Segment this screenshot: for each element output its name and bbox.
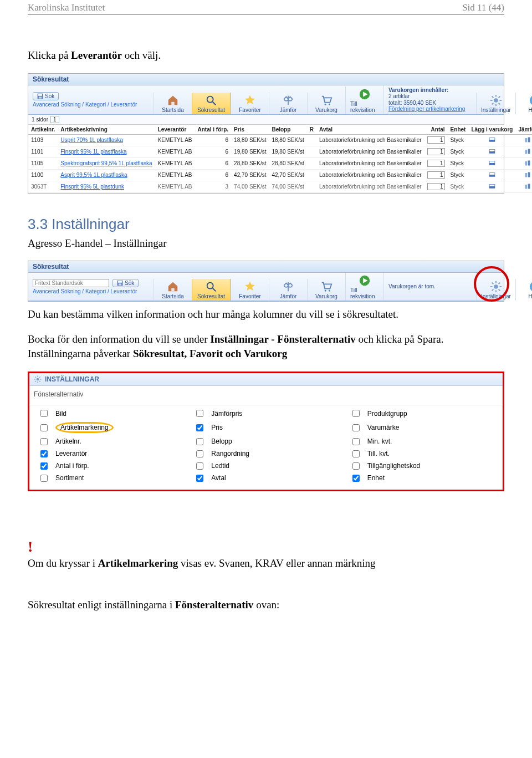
svg-line-4 (213, 101, 216, 105)
breadcrumbs[interactable]: Avancerad Sökning / Kategori / Leverantö… (33, 288, 149, 294)
article-link[interactable]: Asprit 99,5% 1L plastflaska (58, 169, 155, 181)
option-tillg-nglighetskod[interactable]: Tillgänglighetskod (352, 462, 492, 470)
tool-varukorg[interactable]: Varukorg (307, 279, 345, 301)
col-pris[interactable]: Pris (231, 125, 269, 135)
qty-input[interactable] (427, 183, 445, 190)
compare-button[interactable] (515, 181, 532, 192)
option-bild[interactable]: Bild (40, 410, 180, 418)
settings-subtitle: Fönsteralternativ (29, 386, 503, 405)
article-link[interactable]: Usprit 70% 1L plastflaska (58, 134, 155, 146)
col-antal-i-forp[interactable]: Antal i förp. (195, 125, 232, 135)
option-checkbox[interactable] (352, 424, 360, 431)
option-leverant-r[interactable]: Leverantör (40, 450, 180, 457)
option-enhet[interactable]: Enhet (352, 474, 492, 482)
qty-input[interactable] (427, 148, 445, 155)
qty-input[interactable] (427, 136, 445, 144)
breadcrumbs[interactable]: Avancerad Sökning / Kategori / Leverantö… (33, 101, 149, 108)
option-checkbox[interactable] (196, 450, 203, 457)
col-lagg[interactable]: Lägg i varukorg (468, 125, 515, 135)
add-to-cart-button[interactable] (468, 157, 515, 169)
option-j-mf-rpris[interactable]: Jämförpris (196, 410, 335, 418)
tool-startsida[interactable]: Startsida (154, 93, 192, 114)
option-checkbox[interactable] (196, 410, 203, 417)
add-to-cart-button[interactable] (468, 146, 515, 157)
add-to-cart-button[interactable] (468, 181, 515, 192)
option-checkbox[interactable] (352, 475, 360, 482)
tool-sokresultat[interactable]: Sökresultat (192, 93, 231, 114)
svg-line-53 (499, 289, 500, 291)
option-checkbox[interactable] (40, 410, 48, 417)
article-link[interactable]: Finsprit 95% 5L plastdunk (58, 181, 155, 192)
sok-button[interactable]: Sök (33, 92, 59, 100)
fritext-input[interactable] (33, 279, 109, 287)
option-checkbox[interactable] (196, 424, 203, 431)
option-sortiment[interactable]: Sortiment (40, 474, 180, 482)
option-checkbox[interactable] (352, 462, 360, 470)
option-checkbox[interactable] (352, 450, 360, 457)
col-leverantor[interactable]: Leverantör (155, 125, 195, 135)
option-antal-i-f-rp-[interactable]: Antal i förp. (40, 462, 180, 470)
col-jamfor[interactable]: Jämför (515, 125, 532, 135)
option-checkbox[interactable] (352, 438, 360, 445)
option-produktgrupp[interactable]: Produktgrupp (352, 410, 492, 418)
article-link[interactable]: Finsprit 95% 1L plastflaska (58, 146, 155, 157)
svg-line-43 (213, 288, 216, 292)
tool-installningar[interactable]: Inställningar (476, 93, 515, 114)
cart-fordelning-link[interactable]: Fördelning per artikelmarkering (388, 106, 472, 113)
doc-header-right: Sid 11 (44) (462, 2, 504, 13)
option-checkbox[interactable] (40, 450, 48, 457)
option-checkbox[interactable] (40, 438, 48, 445)
qty-input[interactable] (427, 171, 445, 179)
col-belopp[interactable]: Belopp (269, 125, 306, 135)
page-number[interactable]: 1 (50, 116, 59, 123)
option-checkbox[interactable] (352, 410, 360, 417)
article-link[interactable]: Spektrografsprit 99,5% 1L plastflaska (58, 157, 155, 169)
option-artikelnr-[interactable]: Artikelnr. (40, 437, 180, 445)
option-varum-rke[interactable]: Varumärke (352, 422, 492, 433)
option-rangordning[interactable]: Rangordning (196, 450, 335, 457)
gear-icon (490, 281, 502, 293)
option-checkbox[interactable] (40, 475, 48, 482)
option-pris[interactable]: Pris (196, 422, 335, 433)
svg-rect-21 (525, 138, 528, 143)
add-to-cart-button[interactable] (468, 169, 515, 181)
tool-sokresultat[interactable]: Sökresultat (192, 279, 231, 301)
tool-jamfor[interactable]: Jämför (269, 279, 307, 301)
option-checkbox[interactable] (40, 424, 48, 431)
option-checkbox[interactable] (196, 475, 203, 482)
tool-startsida[interactable]: Startsida (154, 279, 192, 301)
col-r[interactable]: R (307, 125, 316, 135)
option-checkbox[interactable] (196, 438, 203, 445)
compare-button[interactable] (515, 146, 532, 157)
option-avtal[interactable]: Avtal (196, 474, 335, 482)
qty-input[interactable] (427, 160, 445, 167)
tool-installningar[interactable]: Inställningar (476, 279, 515, 301)
tool-hjalp[interactable]: iHjälp (515, 279, 532, 301)
tool-hjalp[interactable]: i Hjälp (515, 93, 532, 114)
add-to-cart-button[interactable] (468, 134, 515, 146)
tool-tillrekvisition[interactable]: Till rekvisition (345, 273, 383, 301)
option-belopp[interactable]: Belopp (196, 437, 335, 445)
option-checkbox[interactable] (196, 462, 203, 470)
option-ledtid[interactable]: Ledtid (196, 462, 335, 470)
col-antal[interactable]: Antal (424, 125, 448, 135)
option-artikelmarkering[interactable]: Artikelmarkering (40, 422, 180, 433)
tool-tillrekvisition[interactable]: Till rekvisition (345, 87, 383, 114)
compare-button[interactable] (515, 157, 532, 169)
tool-favoriter[interactable]: Favoriter (231, 93, 269, 114)
svg-point-58 (37, 378, 39, 381)
col-beskrivning[interactable]: Artikebeskrivning (58, 125, 155, 135)
cart-info: Varukorgen innehåller: 2 artiklar totalt… (383, 85, 476, 114)
tool-favoriter[interactable]: Favoriter (231, 279, 269, 301)
option-checkbox[interactable] (40, 462, 48, 470)
option-till-kvt-[interactable]: Till. kvt. (352, 450, 492, 457)
option-min-kvt-[interactable]: Min. kvt. (352, 437, 492, 445)
tool-jamfor[interactable]: Jämför (269, 93, 307, 114)
tool-varukorg[interactable]: Varukorg (307, 93, 345, 114)
compare-button[interactable] (515, 169, 532, 181)
col-avtal[interactable]: Avtal (316, 125, 424, 135)
sok-button[interactable]: Sök (112, 279, 139, 287)
col-artikelnr[interactable]: Artikelnr. (28, 125, 58, 135)
compare-button[interactable] (515, 134, 532, 146)
col-enhet[interactable]: Enhet (448, 125, 469, 135)
